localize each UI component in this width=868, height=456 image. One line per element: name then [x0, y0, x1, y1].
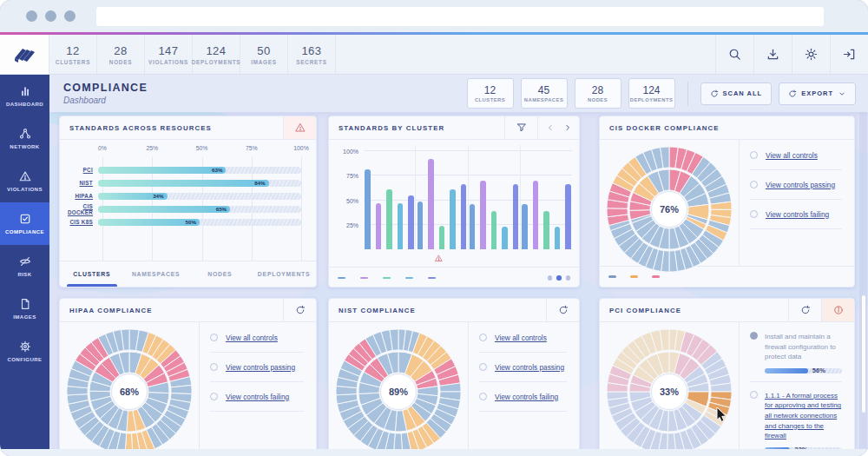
carousel-dot[interactable] [566, 275, 571, 281]
control-link-row[interactable]: View controls failing [210, 382, 304, 412]
bar-hipaa-stackrox[interactable] [543, 211, 549, 249]
masthead-logout-button[interactable] [830, 35, 868, 74]
stackrox-logo[interactable] [0, 35, 49, 74]
link-view-all-controls[interactable]: View all controls [495, 334, 547, 342]
bar-cis-docker-production[interactable] [398, 203, 404, 249]
tab-namespaces[interactable]: NAMESPACES [124, 261, 188, 287]
summary-tile-nodes[interactable]: 28NODES [575, 78, 621, 109]
standard-link-cis-k8s[interactable]: CIS K8S [60, 219, 98, 225]
standard-link-pci[interactable]: PCI [60, 167, 98, 173]
filter-icon-button[interactable] [504, 116, 537, 139]
url-bar[interactable] [96, 7, 824, 26]
control-link-row[interactable]: View controls failing [479, 382, 567, 412]
pci-sunburst[interactable]: 33% [604, 327, 734, 449]
cluster-link-remote[interactable] [412, 249, 468, 267]
masthead-download-button[interactable] [753, 35, 792, 74]
summary-tile-clusters[interactable]: 12CLUSTERS [467, 78, 514, 109]
bar-pci-kubernetes-test[interactable] [470, 204, 476, 249]
control-text-link[interactable]: 1.1.1 - A formal process for approving a… [765, 391, 842, 441]
bar-nist-stackrox[interactable] [533, 181, 539, 249]
bar-pci-production[interactable] [365, 169, 371, 249]
sidebar-item-images[interactable]: IMAGES [0, 287, 49, 330]
summary-tile-deployments[interactable]: 124DEPLOYMENTS [628, 78, 675, 109]
link-view-controls-failing[interactable]: View controls failing [766, 210, 829, 219]
link-view-controls-passing[interactable]: View controls passing [495, 363, 564, 372]
bar-pci-remote[interactable] [418, 202, 424, 249]
export-button[interactable]: EXPORT [779, 83, 856, 105]
bar-cis-k8s-kubernetes-test[interactable] [513, 184, 519, 249]
tab-nodes[interactable]: NODES [188, 261, 253, 287]
refresh-icon-button[interactable] [546, 299, 579, 321]
control-link-row[interactable]: View all controls [750, 141, 842, 170]
bar-hipaa-kubernetes-test[interactable] [491, 211, 497, 249]
bar-cis-k8s-stackrox[interactable] [565, 184, 571, 249]
sidebar-item-compliance[interactable]: COMPLIANCE [0, 202, 49, 245]
pager-arrows[interactable] [537, 116, 579, 139]
bar-cis-docker-remote[interactable] [450, 189, 456, 249]
control-link-row[interactable]: View controls passing [479, 353, 567, 382]
tab-clusters[interactable]: CLUSTERS [60, 261, 124, 287]
bar-fill-nist[interactable] [98, 180, 269, 187]
bar-cis-k8s-remote[interactable] [461, 184, 467, 249]
bar-nist-kubernetes-test[interactable] [480, 181, 486, 249]
chevron-right-icon[interactable] [562, 122, 573, 133]
masthead-stat-violations[interactable]: 147VIOLATIONS [145, 35, 193, 74]
bar-cis-docker-kubernetes-test[interactable] [502, 227, 508, 249]
window-control-dot[interactable] [45, 10, 56, 22]
scrollbar-thumb[interactable] [861, 294, 866, 413]
sidebar-item-dashboard[interactable]: DASHBOARD [0, 75, 49, 117]
bar-pci-stackrox[interactable] [522, 204, 528, 249]
link-view-controls-failing[interactable]: View controls failing [226, 393, 289, 401]
warning-icon-button[interactable] [283, 116, 316, 139]
control-link-row[interactable]: View controls passing [750, 170, 842, 200]
chevron-left-icon[interactable] [545, 122, 556, 133]
nist-sunburst[interactable]: 89% [333, 327, 464, 449]
refresh-icon-button[interactable] [283, 299, 316, 321]
carousel-dot[interactable] [556, 275, 562, 281]
bar-nist-remote[interactable] [428, 159, 434, 249]
bar-fill-cis-docker[interactable] [98, 206, 230, 213]
bar-cis-k8s-production[interactable] [408, 195, 414, 249]
masthead-stat-deployments[interactable]: 124DEPLOYMENTS [193, 35, 240, 74]
sidebar-item-network[interactable]: NETWORK [0, 117, 49, 160]
cluster-link-kubernetes-test[interactable] [468, 249, 523, 267]
bar-fill-cis-k8s[interactable] [98, 219, 200, 226]
control-link-row[interactable]: View all controls [210, 323, 304, 353]
hipaa-sunburst[interactable]: 68% [64, 327, 194, 449]
bar-cis-docker-stackrox[interactable] [555, 227, 561, 249]
link-view-controls-passing[interactable]: View controls passing [766, 181, 835, 189]
masthead-stat-nodes[interactable]: 28NODES [97, 35, 145, 74]
tab-deployments[interactable]: DEPLOYMENTS [252, 261, 316, 287]
masthead-stat-images[interactable]: 50IMAGES [240, 35, 288, 74]
sidebar-item-violations[interactable]: VIOLATIONS [0, 160, 49, 202]
bar-hipaa-remote[interactable] [439, 226, 445, 249]
standard-link-hipaa[interactable]: HIPAA [60, 193, 98, 199]
link-view-all-controls[interactable]: View all controls [766, 151, 818, 160]
scan-all-button[interactable]: SCAN ALL [700, 83, 773, 105]
masthead-stat-clusters[interactable]: 12CLUSTERS [49, 35, 97, 74]
control-link-row[interactable]: View controls passing [210, 353, 304, 382]
cluster-link-production[interactable] [357, 249, 412, 267]
bar-hipaa-production[interactable] [386, 189, 392, 249]
masthead-theme-button[interactable] [792, 35, 830, 74]
standard-link-cis-docker[interactable]: CIS DOCKER [60, 203, 98, 215]
sidebar-item-risk[interactable]: RISK [0, 245, 49, 287]
standard-link-nist[interactable]: NIST [60, 180, 98, 186]
link-view-all-controls[interactable]: View all controls [226, 334, 278, 342]
control-link-row[interactable]: View all controls [479, 323, 567, 353]
summary-tile-namespaces[interactable]: 45NAMESPACES [521, 78, 568, 109]
info-icon-button[interactable] [821, 299, 854, 321]
window-control-dot[interactable] [64, 10, 76, 22]
carousel-dot[interactable] [548, 275, 553, 281]
link-view-controls-passing[interactable]: View controls passing [226, 363, 295, 372]
cis-docker-sunburst[interactable]: 76% [604, 144, 734, 274]
masthead-stat-secrets[interactable]: 163SECRETS [288, 35, 336, 74]
masthead-search-button[interactable] [715, 35, 753, 74]
cluster-link-stackrox[interactable] [523, 249, 579, 267]
control-link-row[interactable]: View controls failing [750, 200, 842, 229]
bar-fill-pci[interactable] [98, 167, 226, 174]
bar-nist-production[interactable] [376, 203, 382, 249]
refresh-icon-button[interactable] [788, 299, 821, 321]
sidebar-item-configure[interactable]: CONFIGURE [0, 330, 49, 373]
link-view-controls-failing[interactable]: View controls failing [495, 393, 558, 401]
